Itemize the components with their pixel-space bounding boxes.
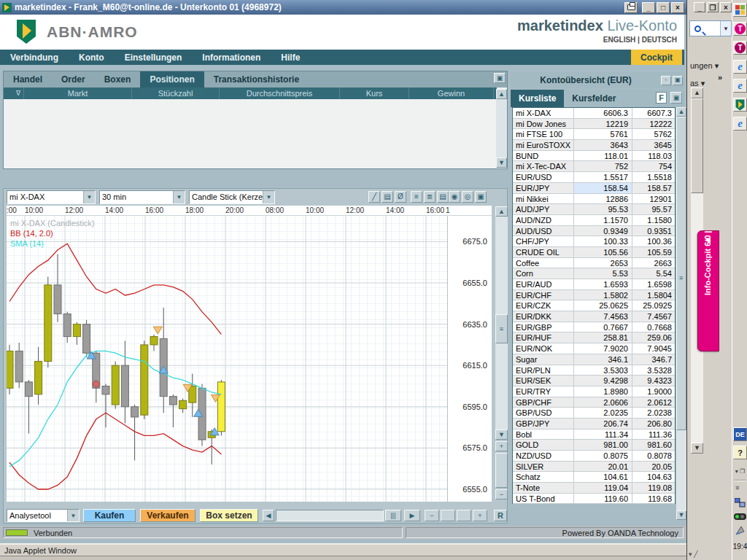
minimize-button[interactable]: _ xyxy=(694,2,705,12)
grid-settings-icon[interactable]: ▤ xyxy=(382,191,393,203)
bid-price[interactable]: 0.7667 xyxy=(574,322,632,332)
bid-price[interactable]: 1.1570 xyxy=(574,215,632,225)
zoom-in-button[interactable]: + xyxy=(495,441,508,451)
ask-price[interactable]: 9.4323 xyxy=(632,376,675,386)
bid-price[interactable]: 752 xyxy=(574,161,632,171)
chevron-down-icon[interactable]: ▼ xyxy=(263,191,274,203)
quote-row[interactable]: Bobl111.34111.36 xyxy=(513,429,675,440)
tab-kursfelder[interactable]: Kursfelder xyxy=(564,90,624,107)
scroll-down-icon[interactable]: ▼ xyxy=(676,510,686,520)
windows-logo-icon[interactable] xyxy=(733,3,747,17)
detach-panel-icon[interactable]: ▣ xyxy=(670,92,682,104)
scroll-left-icon[interactable]: ◀ xyxy=(263,510,274,521)
ask-price[interactable]: 100.36 xyxy=(632,236,675,246)
bid-price[interactable]: 95.53 xyxy=(574,204,632,214)
tab-transaktionshistorie[interactable]: Transaktionshistorie xyxy=(204,71,309,88)
abn-shield-icon[interactable] xyxy=(733,98,747,112)
toolbar-overflow-chevrons[interactable]: » xyxy=(718,73,722,82)
bid-price[interactable]: 2.0235 xyxy=(574,408,632,418)
quote-row[interactable]: GBP/USD2.02352.0238 xyxy=(513,408,675,419)
ask-price[interactable]: 104.63 xyxy=(632,472,675,482)
bid-price[interactable]: 7.9020 xyxy=(574,343,632,354)
minimize-button[interactable]: _ xyxy=(642,2,655,13)
cockpit-button[interactable]: Cockpit xyxy=(631,50,682,65)
scroll-up-icon[interactable]: ▲ xyxy=(496,89,507,99)
rocket-icon[interactable] xyxy=(733,524,747,537)
bid-price[interactable]: 0.8075 xyxy=(574,451,632,461)
titlebar[interactable]: marketindex - Frank_M60@t-online.de - Un… xyxy=(0,0,686,15)
print-button[interactable] xyxy=(624,2,638,13)
bid-price[interactable]: 2653 xyxy=(574,258,632,268)
hscroll-thumb[interactable]: ||| xyxy=(385,510,401,521)
detach-panel-icon[interactable]: ▣ xyxy=(673,76,683,85)
bid-price[interactable]: 5761 xyxy=(574,129,632,139)
tab-order[interactable]: Order xyxy=(52,71,95,88)
ask-price[interactable]: 0.9351 xyxy=(632,226,675,236)
ask-price[interactable]: 1.5518 xyxy=(632,172,675,182)
scroll-up-icon[interactable]: ▲ xyxy=(691,88,703,98)
column-header-markt[interactable]: Markt xyxy=(24,88,132,99)
bid-price[interactable]: 6606.3 xyxy=(574,108,632,118)
column-header-stückzahl[interactable]: Stückzahl xyxy=(132,88,220,99)
quote-row[interactable]: EUR/TRY1.89801.9000 xyxy=(513,386,675,397)
menu-item-verbindung[interactable]: Verbindung xyxy=(0,52,69,63)
close-button[interactable]: × xyxy=(720,2,732,12)
bid-price[interactable]: 9.4298 xyxy=(574,376,632,386)
menu-item-einstellungen[interactable]: Einstellungen xyxy=(115,52,193,63)
chevron-down-icon[interactable]: ▼ xyxy=(720,21,731,36)
scroll-thumb[interactable]: ≡ xyxy=(495,314,508,343)
ask-price[interactable]: 2663 xyxy=(632,258,675,268)
ask-price[interactable]: 158.57 xyxy=(632,183,675,193)
quote-row[interactable]: EUR/GBP0.76670.7668 xyxy=(513,322,675,333)
scroll-up-icon[interactable]: ▲ xyxy=(495,206,508,217)
ask-price[interactable]: 346.7 xyxy=(632,354,675,365)
analysetool-select[interactable]: Analysetool ▼ xyxy=(7,509,80,522)
quote-row[interactable]: GBP/JPY206.74206.80 xyxy=(513,419,675,429)
quote-row[interactable]: mi Dow Jones1221912222 xyxy=(513,119,675,130)
no-overlay-icon[interactable]: Ø xyxy=(395,191,406,203)
quote-row[interactable]: Coffee26532663 xyxy=(513,258,675,269)
bid-price[interactable]: 5.53 xyxy=(574,268,632,279)
bid-price[interactable]: 119.04 xyxy=(574,483,632,493)
dot-solid-icon[interactable]: ◉ xyxy=(449,191,460,203)
zoom-out-button[interactable]: − xyxy=(495,489,508,499)
quote-row[interactable]: BUND118.01118.03 xyxy=(513,151,675,162)
menu-item-konto[interactable]: Konto xyxy=(69,52,115,63)
chart-scrollbar[interactable]: ▲ ≡ ▼ + − xyxy=(495,206,508,501)
dot-hatched-icon[interactable]: ◎ xyxy=(462,191,473,203)
bid-price[interactable]: 3643 xyxy=(574,140,632,150)
buy-button[interactable]: Kaufen xyxy=(83,509,136,522)
bid-price[interactable]: 1.6593 xyxy=(574,279,632,289)
bid-price[interactable]: 346.1 xyxy=(574,354,632,365)
quote-row[interactable]: EUR/USD1.55171.5518 xyxy=(513,172,675,183)
hscroll-track[interactable] xyxy=(276,510,384,521)
ask-price[interactable]: 25.0925 xyxy=(632,300,675,311)
network-icon[interactable] xyxy=(733,496,747,510)
language-links[interactable]: ENGLISH | DEUTSCH xyxy=(517,36,677,44)
quote-row[interactable]: Corn5.535.54 xyxy=(513,268,675,279)
quote-row[interactable]: mi Nikkei1288612901 xyxy=(513,194,675,205)
ask-price[interactable]: 12222 xyxy=(632,119,675,129)
ask-price[interactable]: 2.0238 xyxy=(632,408,675,418)
t-online-icon[interactable]: T xyxy=(733,22,747,36)
menu-item-informationen[interactable]: Informationen xyxy=(192,52,271,63)
background-menu-text[interactable]: ungen ▾ xyxy=(690,61,719,71)
quote-row[interactable]: NZD/USD0.80750.8078 xyxy=(513,451,675,462)
chart-type-select[interactable]: Candle Stick (Kerzen ▼ xyxy=(189,190,275,204)
quote-row[interactable]: mi FTSE 10057615762 xyxy=(513,129,675,140)
bid-price[interactable]: 100.33 xyxy=(574,236,632,246)
ask-price[interactable]: 6607.3 xyxy=(632,108,675,118)
column-header-gewinn[interactable]: Gewinn xyxy=(409,88,494,99)
bid-price[interactable]: 105.56 xyxy=(574,247,632,257)
quote-row[interactable]: GOLD981.00981.60 xyxy=(513,440,675,451)
ask-price[interactable]: 1.6598 xyxy=(632,279,675,289)
quote-row[interactable]: US T-Bond119.60119.68 xyxy=(513,494,675,505)
interval-select[interactable]: 30 min ▼ xyxy=(99,190,185,204)
quote-row[interactable]: mi X-Tec-DAX752754 xyxy=(513,161,675,172)
bid-price[interactable]: 206.74 xyxy=(574,419,632,429)
quote-row[interactable]: CRUDE OIL105.56105.59 xyxy=(513,247,675,258)
ask-price[interactable]: 754 xyxy=(632,161,675,171)
reset-button[interactable]: R xyxy=(494,510,507,521)
internet-explorer-icon[interactable]: e xyxy=(733,60,747,74)
panel-header[interactable]: Kontoübersicht (EUR) ▫ ▣ xyxy=(511,72,684,88)
